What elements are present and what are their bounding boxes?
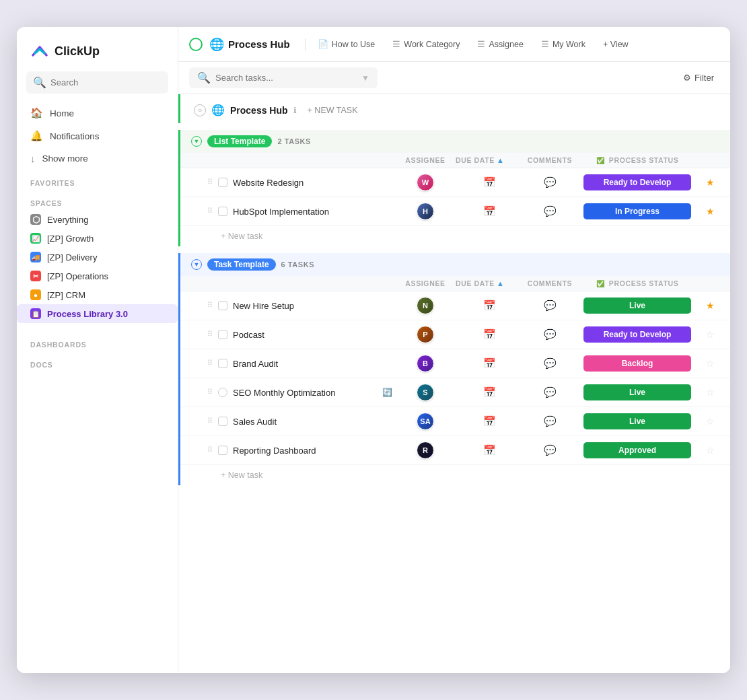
star-cell[interactable]: ☆ — [698, 329, 722, 340]
calendar-icon[interactable]: 📅 — [483, 300, 496, 312]
comment-icon[interactable]: 💬 — [544, 205, 557, 217]
star-cell[interactable]: ★ — [698, 177, 722, 188]
duedate-cell[interactable]: 📅 — [456, 300, 523, 312]
drag-handle-icon[interactable]: ⠿ — [207, 330, 214, 339]
new-task-row-list[interactable]: + New task — [180, 226, 730, 246]
duedate-cell[interactable]: 📅 — [456, 328, 523, 341]
star-icon[interactable]: ★ — [706, 206, 715, 217]
status-cell[interactable]: Backlog — [577, 355, 698, 372]
drag-handle-icon[interactable]: ⠿ — [207, 417, 214, 426]
sidebar-item-home[interactable]: 🏠 Home — [22, 102, 172, 125]
status-badge[interactable]: Ready to Develop — [583, 326, 691, 343]
calendar-icon[interactable]: 📅 — [483, 328, 496, 341]
star-icon[interactable]: ☆ — [706, 445, 715, 456]
comments-cell[interactable]: 💬 — [523, 300, 577, 312]
status-badge[interactable]: In Progress — [583, 203, 691, 219]
duedate-cell[interactable]: 📅 — [456, 357, 523, 370]
status-badge[interactable]: Live — [583, 298, 691, 314]
star-icon[interactable]: ★ — [706, 300, 715, 311]
status-badge[interactable]: Approved — [583, 442, 691, 458]
star-cell[interactable]: ★ — [698, 206, 722, 217]
comments-cell[interactable]: 💬 — [523, 357, 577, 370]
search-input[interactable] — [50, 77, 162, 88]
drag-handle-icon[interactable]: ⠿ — [207, 359, 214, 368]
calendar-icon[interactable]: 📅 — [483, 357, 496, 370]
duedate-cell[interactable]: 📅 — [456, 386, 523, 398]
drag-handle-icon[interactable]: ⠿ — [207, 388, 214, 397]
duedate-cell[interactable]: 📅 — [456, 415, 523, 427]
star-cell[interactable]: ☆ — [698, 416, 722, 427]
status-cell[interactable]: Live — [577, 298, 698, 314]
sidebar-item-delivery[interactable]: 🚚 [ZP] Delivery — [17, 248, 178, 267]
status-badge[interactable]: Ready to Develop — [583, 174, 691, 190]
tab-how-to-use[interactable]: 📄 How to Use — [310, 35, 384, 53]
calendar-icon[interactable]: 📅 — [483, 205, 496, 217]
comments-cell[interactable]: 💬 — [523, 328, 577, 341]
task-checkbox[interactable] — [218, 446, 227, 455]
status-cell[interactable]: Ready to Develop — [577, 326, 698, 343]
tab-my-work[interactable]: ☰ My Work — [533, 35, 594, 53]
sidebar-item-notifications[interactable]: 🔔 Notifications — [22, 125, 172, 147]
task-checkbox[interactable] — [218, 301, 227, 310]
group-collapse-task[interactable]: ▼ — [191, 259, 202, 270]
new-task-button[interactable]: + NEW TASK — [302, 104, 363, 116]
star-cell[interactable]: ☆ — [698, 358, 722, 369]
status-cell[interactable]: Live — [577, 384, 698, 400]
task-checkbox[interactable] — [218, 388, 227, 397]
duedate-cell[interactable]: 📅 — [456, 444, 523, 456]
comment-icon[interactable]: 💬 — [544, 328, 557, 341]
comments-cell[interactable]: 💬 — [523, 386, 577, 398]
comment-icon[interactable]: 💬 — [544, 415, 557, 427]
task-checkbox[interactable] — [218, 417, 227, 426]
calendar-icon[interactable]: 📅 — [483, 415, 496, 427]
drag-handle-icon[interactable]: ⠿ — [207, 178, 214, 187]
sidebar-item-everything[interactable]: ⬡ Everything — [17, 210, 178, 229]
status-cell[interactable]: Ready to Develop — [577, 174, 698, 190]
drag-handle-icon[interactable]: ⠿ — [207, 301, 214, 310]
tab-work-category[interactable]: ☰ Work Category — [384, 35, 468, 53]
status-badge[interactable]: Backlog — [583, 355, 691, 372]
star-cell[interactable]: ★ — [698, 300, 722, 311]
sidebar-item-operations[interactable]: ✂ [ZP] Operations — [17, 267, 178, 285]
comment-icon[interactable]: 💬 — [544, 300, 557, 312]
space-collapse-button[interactable]: ○ — [194, 104, 206, 116]
task-checkbox[interactable] — [218, 207, 227, 216]
task-checkbox[interactable] — [218, 359, 227, 368]
sidebar-item-growth[interactable]: 📈 [ZP] Growth — [17, 229, 178, 248]
comment-icon[interactable]: 💬 — [544, 386, 557, 398]
new-task-row-task[interactable]: + New task — [180, 465, 730, 485]
status-cell[interactable]: In Progress — [577, 203, 698, 219]
status-cell[interactable]: Live — [577, 413, 698, 429]
duedate-cell[interactable]: 📅 — [456, 176, 523, 188]
duedate-cell[interactable]: 📅 — [456, 205, 523, 217]
group-collapse-list[interactable]: ▼ — [191, 136, 202, 147]
status-badge[interactable]: Live — [583, 413, 691, 429]
filter-button[interactable]: ⚙ Filter — [678, 69, 719, 86]
star-icon[interactable]: ☆ — [706, 358, 715, 369]
comment-icon[interactable]: 💬 — [544, 176, 557, 188]
comments-cell[interactable]: 💬 — [523, 176, 577, 188]
sidebar-item-process-library[interactable]: 📋 Process Library 3.0 — [17, 304, 178, 323]
drag-handle-icon[interactable]: ⠿ — [207, 446, 214, 455]
tab-add-view[interactable]: + View — [595, 36, 637, 53]
star-cell[interactable]: ☆ — [698, 445, 722, 456]
star-icon[interactable]: ☆ — [706, 329, 715, 340]
comments-cell[interactable]: 💬 — [523, 205, 577, 217]
info-icon[interactable]: ℹ — [293, 106, 297, 115]
group-badge-task[interactable]: Task Template — [207, 258, 276, 271]
status-badge[interactable]: Live — [583, 384, 691, 400]
calendar-icon[interactable]: 📅 — [483, 386, 496, 398]
star-icon[interactable]: ☆ — [706, 416, 715, 427]
sidebar-item-crm[interactable]: ● [ZP] CRM — [17, 285, 178, 304]
star-icon[interactable]: ★ — [706, 177, 715, 188]
calendar-icon[interactable]: 📅 — [483, 444, 496, 456]
task-checkbox[interactable] — [218, 178, 227, 187]
tab-assignee[interactable]: ☰ Assignee — [469, 35, 531, 53]
drag-handle-icon[interactable]: ⠿ — [207, 207, 214, 216]
comment-icon[interactable]: 💬 — [544, 444, 557, 456]
task-search-input[interactable] — [215, 73, 357, 83]
star-cell[interactable]: ☆ — [698, 387, 722, 398]
status-cell[interactable]: Approved — [577, 442, 698, 458]
task-search-wrap[interactable]: 🔍 ▼ — [189, 67, 378, 88]
star-icon[interactable]: ☆ — [706, 387, 715, 398]
